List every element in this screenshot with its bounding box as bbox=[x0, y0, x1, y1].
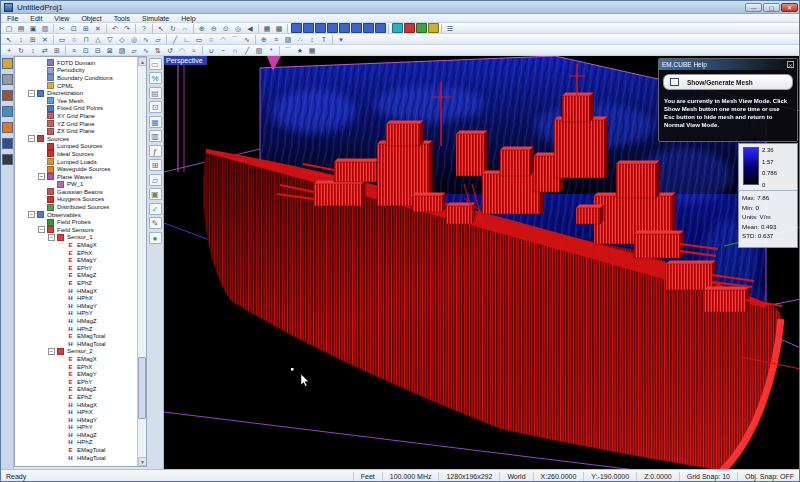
draw-arc-button[interactable]: ◠ bbox=[218, 34, 229, 44]
open-button[interactable]: ▤ bbox=[16, 23, 27, 33]
tree-item-hphz[interactable]: HHPhZ bbox=[15, 325, 146, 333]
expander-icon[interactable]: − bbox=[48, 234, 55, 241]
surface-edit-button[interactable]: ▨ bbox=[283, 34, 294, 44]
snap-grid-button[interactable]: ⊞ bbox=[28, 34, 39, 44]
tree-item-ephz[interactable]: EEPhZ bbox=[15, 393, 146, 401]
units-button[interactable]: % bbox=[149, 72, 162, 84]
tree-item-emagx[interactable]: EEMagX bbox=[15, 241, 146, 249]
draw-line-button[interactable]: ╱ bbox=[170, 34, 181, 44]
expander-icon[interactable]: − bbox=[48, 348, 55, 355]
snapshot-button[interactable]: ▣ bbox=[149, 188, 162, 200]
tree-item-xy-grid-plane[interactable]: XY Grid Plane bbox=[15, 112, 146, 120]
draw-helix-button[interactable]: ∿ bbox=[141, 34, 152, 44]
draw-box-button[interactable]: ▭ bbox=[57, 34, 68, 44]
snap-midpoint-button[interactable]: ↕ bbox=[16, 34, 27, 44]
tree-item-zx-grid-plane[interactable]: ZX Grid Plane bbox=[15, 127, 146, 135]
pan-button[interactable]: ⇔ bbox=[180, 23, 191, 33]
twist-button[interactable]: ≈ bbox=[189, 45, 200, 55]
view-front-button[interactable] bbox=[339, 23, 350, 33]
intersect-button[interactable]: ∩ bbox=[230, 45, 241, 55]
text-button[interactable]: T bbox=[319, 34, 330, 44]
zoom-in-button[interactable]: ⊕ bbox=[197, 23, 208, 33]
module-planner-button[interactable] bbox=[2, 122, 13, 133]
menu-object[interactable]: Object bbox=[75, 15, 107, 22]
view-back-button[interactable] bbox=[351, 23, 362, 33]
tree-item-yz-grid-plane[interactable]: YZ Grid Plane bbox=[15, 120, 146, 128]
detach-button[interactable]: ▨ bbox=[117, 45, 128, 55]
help-button[interactable]: ? bbox=[139, 23, 150, 33]
align-button[interactable]: ≡ bbox=[69, 45, 80, 55]
minimize-button[interactable]: — bbox=[745, 3, 762, 12]
maximize-button[interactable]: ▢ bbox=[763, 3, 780, 12]
draw-plate-button[interactable]: ▱ bbox=[153, 34, 164, 44]
extrude-button[interactable]: ⇅ bbox=[153, 45, 164, 55]
union-button[interactable]: ∪ bbox=[206, 45, 217, 55]
array-button[interactable]: ⊞ bbox=[52, 45, 63, 55]
tree-item-emagy[interactable]: EEMagY bbox=[15, 370, 146, 378]
tree-item-emagz[interactable]: EEMagZ bbox=[15, 386, 146, 394]
tree-item-ideal-sources[interactable]: Ideal Sources bbox=[15, 150, 146, 158]
scroll-down-arrow[interactable]: ▼ bbox=[138, 457, 147, 466]
tree-item-hphy[interactable]: HHPhY bbox=[15, 424, 146, 432]
tree-item-boundary-conditions[interactable]: Boundary Conditions bbox=[15, 74, 146, 82]
tree-item-hphy[interactable]: HHPhY bbox=[15, 310, 146, 318]
snap-none-button[interactable]: ✕ bbox=[40, 34, 51, 44]
module-metal-button[interactable] bbox=[2, 74, 13, 85]
expander-icon[interactable]: − bbox=[28, 135, 35, 142]
tree-item-ephy[interactable]: EEPhY bbox=[15, 264, 146, 272]
marker-green-button[interactable] bbox=[416, 23, 427, 33]
tree-item-emagx[interactable]: EEMagX bbox=[15, 355, 146, 363]
settings-button[interactable]: ▦ bbox=[307, 45, 318, 55]
project-tree-panel[interactable]: FDTD DomainPeriodicityBoundary Condition… bbox=[14, 56, 147, 467]
dimension-button[interactable]: ↕ bbox=[307, 34, 318, 44]
tree-item-hmagy[interactable]: HHMagY bbox=[15, 302, 146, 310]
marker-red-button[interactable] bbox=[404, 23, 415, 33]
draw-circle-button[interactable]: ○ bbox=[206, 34, 217, 44]
points-button[interactable]: ∴ bbox=[295, 34, 306, 44]
favorites-button[interactable]: ★ bbox=[295, 45, 306, 55]
expander-icon[interactable]: − bbox=[38, 226, 45, 233]
tree-item-hphx[interactable]: HHPhX bbox=[15, 408, 146, 416]
show-mesh-button[interactable]: ▦ bbox=[149, 116, 162, 128]
menu-view[interactable]: View bbox=[48, 15, 75, 22]
subtract-button[interactable]: − bbox=[218, 45, 229, 55]
title-bar[interactable]: UntitledProj1 — ▢ ✕ bbox=[1, 1, 800, 14]
group-button[interactable]: ⊡ bbox=[81, 45, 92, 55]
annotate-button[interactable]: ✎ bbox=[149, 217, 162, 229]
grid-settings-button[interactable]: ⊞ bbox=[149, 159, 162, 171]
draw-pyramid-button[interactable]: ▽ bbox=[105, 34, 116, 44]
marker-yellow-button[interactable] bbox=[428, 23, 439, 33]
more-tools-button[interactable]: ▾ bbox=[336, 34, 347, 44]
attach-button[interactable]: ⊠ bbox=[105, 45, 116, 55]
mirror-button[interactable]: ⇄ bbox=[40, 45, 51, 55]
edge-edit-button[interactable]: ≡ bbox=[271, 34, 282, 44]
project-tree-button[interactable]: ☰ bbox=[445, 23, 456, 33]
tree-item-cpml[interactable]: CPML bbox=[15, 82, 146, 90]
duplicate-view-button[interactable]: ⊡ bbox=[149, 101, 162, 113]
expander-icon[interactable]: − bbox=[28, 211, 35, 218]
module-fdtd-button[interactable] bbox=[2, 106, 13, 117]
tree-item-hmagtotal[interactable]: HHMagTotal bbox=[15, 340, 146, 348]
move-button[interactable]: + bbox=[4, 45, 15, 55]
draw-curve-button[interactable]: ⌒ bbox=[230, 34, 241, 44]
view-bottom-button[interactable] bbox=[303, 23, 314, 33]
node-edit-button[interactable]: ⊕ bbox=[259, 34, 270, 44]
new-button[interactable]: ▢ bbox=[4, 23, 15, 33]
tree-item-emagtotal[interactable]: EEMagTotal bbox=[15, 332, 146, 340]
tree-item-hmagtotal[interactable]: HHMagTotal bbox=[15, 454, 146, 462]
tree-item-fdtd-domain[interactable]: FDTD Domain bbox=[15, 59, 146, 67]
view-right-button[interactable] bbox=[327, 23, 338, 33]
orbit-button[interactable]: ↻ bbox=[168, 23, 179, 33]
help-popup-close-icon[interactable]: x bbox=[787, 61, 794, 68]
module-brick-button[interactable] bbox=[2, 90, 13, 101]
menu-edit[interactable]: Edit bbox=[24, 15, 48, 22]
plot-results-button[interactable]: ▱ bbox=[149, 174, 162, 186]
undo-button[interactable]: ↶ bbox=[110, 23, 121, 33]
menu-simulate[interactable]: Simulate bbox=[136, 15, 175, 22]
validate-button[interactable]: ✓ bbox=[149, 203, 162, 215]
select-button[interactable]: ↖ bbox=[156, 23, 167, 33]
draw-sphere-button[interactable]: ○ bbox=[69, 34, 80, 44]
measure-button[interactable]: ⌒ bbox=[283, 45, 294, 55]
tree-item-lumped-sources[interactable]: Lumped Sources bbox=[15, 143, 146, 151]
print-button[interactable]: ▥ bbox=[40, 23, 51, 33]
